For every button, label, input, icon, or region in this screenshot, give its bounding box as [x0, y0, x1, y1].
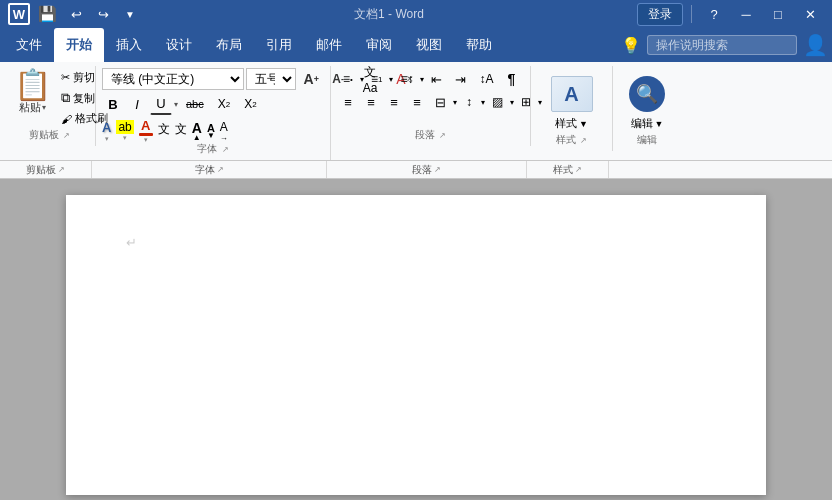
sort-button[interactable]: ↕A [473, 68, 499, 90]
styles-button[interactable]: A 样式 ▼ [543, 72, 601, 135]
italic-button[interactable]: I [126, 93, 148, 115]
align-center-button[interactable]: ≡ [360, 91, 382, 113]
styles-label-section: 样式 ↗ [527, 161, 609, 178]
bullet-dropdown[interactable]: ▾ [360, 75, 364, 84]
phonetic-guide-button[interactable]: 文 [158, 121, 170, 141]
shading-button[interactable]: ▨ [486, 91, 509, 113]
line-spacing-dropdown[interactable]: ▾ [481, 98, 485, 107]
styles-preview-icon: A [551, 76, 593, 112]
font-row2: B I U ▾ abc X2 X2 [102, 93, 263, 115]
ribbon: 📋 粘贴 ▾ ✂ 剪切 ⧉ 复制 🖌 [0, 62, 832, 161]
menu-item-help[interactable]: 帮助 [454, 28, 504, 62]
bold-button[interactable]: B [102, 93, 124, 115]
decrease-indent-button[interactable]: ⇤ [425, 68, 448, 90]
align-left-button[interactable]: ≡ [337, 91, 359, 113]
menu-item-mail[interactable]: 邮件 [304, 28, 354, 62]
lightbulb-icon: 💡 [621, 36, 641, 55]
underline-dropdown[interactable]: ▾ [174, 100, 178, 109]
bullet-list-button[interactable]: ≡• [337, 68, 359, 90]
editing-group-label: 编辑 [613, 133, 681, 147]
shrink-button2[interactable]: A ▼ [207, 122, 215, 140]
increase-indent-button[interactable]: ⇥ [449, 68, 472, 90]
menu-item-home[interactable]: 开始 [54, 28, 104, 62]
multi-dropdown[interactable]: ▾ [420, 75, 424, 84]
grow-button2[interactable]: A ▲ [192, 120, 202, 142]
text-effect-button[interactable]: A ▾ [102, 120, 111, 143]
enclosed-chars-button[interactable]: 文 [175, 121, 187, 141]
line-spacing-button[interactable]: ↕ [458, 91, 480, 113]
menu-item-insert[interactable]: 插入 [104, 28, 154, 62]
multi-level-list-button[interactable]: ≡↕ [394, 68, 419, 90]
editing-button[interactable]: 🔍 编辑 ▼ [621, 72, 673, 135]
font-expand-icon[interactable]: ↗ [222, 145, 229, 154]
menu-item-view[interactable]: 视图 [404, 28, 454, 62]
menu-item-file[interactable]: 文件 [4, 28, 54, 62]
user-avatar-icon[interactable]: 👤 [803, 33, 828, 57]
copy-label: 复制 [73, 91, 95, 106]
editing-label-section [609, 161, 677, 178]
font-color-button[interactable]: A ▾ [139, 118, 153, 144]
shading-dropdown[interactable]: ▾ [510, 98, 514, 107]
font-size-select[interactable]: 五号 [246, 68, 296, 90]
minimize-button[interactable]: ─ [732, 0, 760, 28]
maximize-button[interactable]: □ [764, 0, 792, 28]
title-bar-right: 登录 ? ─ □ ✕ [637, 0, 824, 28]
search-input[interactable] [647, 35, 797, 55]
paste-icon: 📋 [14, 70, 51, 100]
menu-right: 💡 👤 [621, 28, 828, 62]
styles-expand-icon[interactable]: ▼ [579, 119, 588, 129]
numbered-dropdown[interactable]: ▾ [389, 75, 393, 84]
font-label-section: 字体 ↗ [92, 161, 327, 178]
font-group: 等线 (中文正文) 五号 A+ A- 文Aa A✕ B I U ▾ abc X2… [96, 66, 331, 160]
help-button[interactable]: ? [700, 0, 728, 28]
document-area[interactable]: ↵ [0, 179, 832, 500]
save-button[interactable]: 💾 [34, 4, 61, 24]
font-name-select[interactable]: 等线 (中文正文) [102, 68, 244, 90]
close-button[interactable]: ✕ [796, 0, 824, 28]
clipboard-group: 📋 粘贴 ▾ ✂ 剪切 ⧉ 复制 🖌 [4, 66, 96, 146]
styles-label-expand[interactable]: ↗ [575, 165, 582, 174]
superscript-button[interactable]: X2 [238, 93, 262, 115]
expand-chars-button[interactable]: A → [220, 120, 228, 143]
column-dropdown[interactable]: ▾ [453, 98, 457, 107]
paragraph-group: ≡• ▾ ≡1 ▾ ≡↕ ▾ ⇤ ⇥ ↕A ¶ ≡ ≡ ≡ ≡ ⊟ ▾ ↕ ▾ [331, 66, 531, 146]
paste-label: 粘贴 [19, 100, 41, 115]
styles-label: 样式 [555, 116, 577, 131]
justify-button[interactable]: ≡ [406, 91, 428, 113]
menu-item-layout[interactable]: 布局 [204, 28, 254, 62]
paragraph-expand-icon[interactable]: ↗ [439, 131, 446, 140]
subscript-button[interactable]: X2 [212, 93, 236, 115]
column-button[interactable]: ⊟ [429, 91, 452, 113]
strikethrough-button[interactable]: abc [180, 93, 210, 115]
paragraph-group-label: 段落 ↗ [331, 128, 530, 142]
cut-label: 剪切 [73, 70, 95, 85]
editing-expand-icon[interactable]: ▼ [655, 119, 664, 129]
grow-font-button[interactable]: A+ [298, 68, 325, 90]
redo-button[interactable]: ↪ [92, 5, 115, 24]
font-row3: A ▾ ab ▾ A ▾ 文 文 [102, 118, 228, 144]
numbered-list-button[interactable]: ≡1 [365, 68, 388, 90]
document-page[interactable]: ↵ [66, 195, 766, 495]
highlight-button[interactable]: ab ▾ [116, 120, 133, 142]
title-bar-title: 文档1 - Word [141, 6, 637, 23]
menu-bar: 文件 开始 插入 设计 布局 引用 邮件 审阅 视图 帮助 💡 👤 [0, 28, 832, 62]
styles-group-label: 样式 ↗ [531, 133, 612, 147]
clipboard-label-expand[interactable]: ↗ [58, 165, 65, 174]
clipboard-group-label: 剪贴板 ↗ [4, 128, 95, 142]
font-group-label: 字体 ↗ [96, 142, 330, 156]
undo-button[interactable]: ↩ [65, 5, 88, 24]
clipboard-expand-icon[interactable]: ↗ [63, 131, 70, 140]
menu-item-design[interactable]: 设计 [154, 28, 204, 62]
para-row1: ≡• ▾ ≡1 ▾ ≡↕ ▾ ⇤ ⇥ ↕A ¶ [337, 68, 523, 90]
font-label-expand[interactable]: ↗ [217, 165, 224, 174]
paste-button[interactable]: 📋 粘贴 ▾ [10, 68, 55, 117]
styles-group-expand-icon[interactable]: ↗ [580, 136, 587, 145]
login-button[interactable]: 登录 [637, 3, 683, 26]
menu-item-review[interactable]: 审阅 [354, 28, 404, 62]
underline-button[interactable]: U [150, 93, 172, 115]
show-hide-button[interactable]: ¶ [501, 68, 523, 90]
align-right-button[interactable]: ≡ [383, 91, 405, 113]
customize-button[interactable]: ▼ [119, 7, 141, 22]
paragraph-label-expand[interactable]: ↗ [434, 165, 441, 174]
menu-item-references[interactable]: 引用 [254, 28, 304, 62]
